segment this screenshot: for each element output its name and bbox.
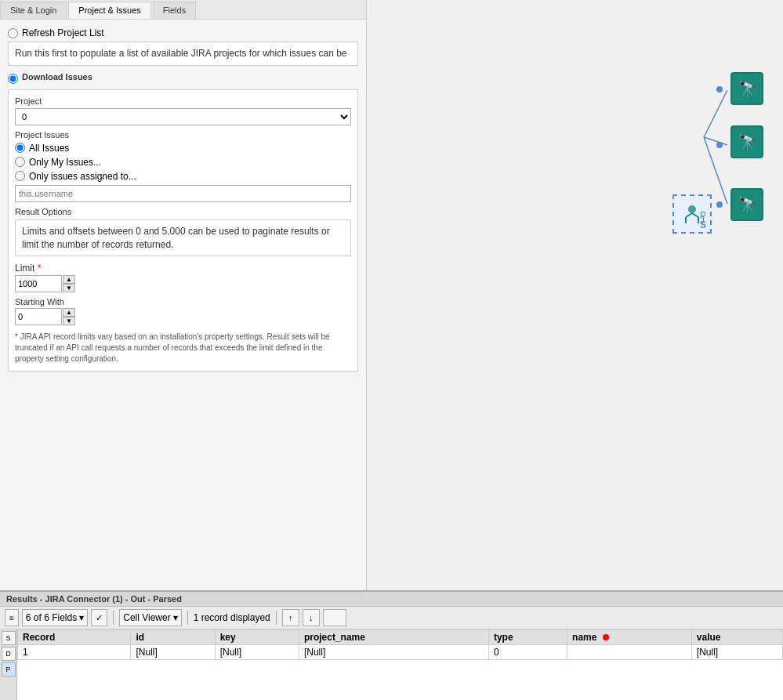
toolbar-sep-1 xyxy=(113,611,114,625)
table-container: Record id key project_name type name val… xyxy=(17,629,783,700)
starting-label: Starting With xyxy=(15,297,351,306)
nav-up-btn[interactable]: ↑ xyxy=(282,609,299,626)
assigned-input[interactable] xyxy=(15,185,351,202)
refresh-label: Refresh Project List xyxy=(22,27,104,38)
col-key: key xyxy=(215,630,299,645)
fields-chevron-icon: ▾ xyxy=(79,612,84,623)
side-icon-p[interactable]: P xyxy=(2,662,16,676)
project-select[interactable]: 0 xyxy=(15,108,351,125)
tab-project-issues[interactable]: Project & Issues xyxy=(68,2,150,19)
assigned-radio[interactable] xyxy=(15,171,25,181)
cell-id: [Null] xyxy=(131,645,215,660)
result-options-label: Result Options xyxy=(15,207,351,216)
refresh-radio[interactable] xyxy=(8,28,18,38)
limit-required: * xyxy=(34,263,41,274)
binoculars-node-bottom[interactable]: 🔭 xyxy=(730,188,763,221)
my-issues-row: Only My Issues... xyxy=(15,157,351,168)
left-panel: Site & Login Project & Issues Fields Ref… xyxy=(0,0,367,590)
binoculars-node-top[interactable]: 🔭 xyxy=(730,72,763,105)
col-type: type xyxy=(488,630,567,645)
result-options-info: Limits and offsets between 0 and 5,000 c… xyxy=(15,219,351,257)
binoculars-icon-top: 🔭 xyxy=(738,79,757,98)
toolbar-sep-3 xyxy=(276,611,277,625)
left-icon-bar: S D P xyxy=(0,629,17,700)
tab-bar: Site & Login Project & Issues Fields xyxy=(0,0,366,20)
svg-line-0 xyxy=(704,90,727,137)
cell-name xyxy=(567,645,692,660)
results-toolbar: ≡ 6 of 6 Fields ▾ ✓ Cell Viewer ▾ 1 reco… xyxy=(0,607,783,629)
starting-spinner-buttons: ▲ ▼ xyxy=(63,308,75,325)
my-issues-label: Only My Issues... xyxy=(29,157,101,168)
svg-point-6 xyxy=(688,205,696,213)
side-icon-d[interactable]: D xyxy=(2,647,16,661)
step-node[interactable]: S J P xyxy=(672,194,712,234)
all-issues-row: All Issues xyxy=(15,143,351,154)
fields-dropdown[interactable]: 6 of 6 Fields ▾ xyxy=(22,609,88,626)
record-count-label: 1 record displayed xyxy=(194,612,270,623)
cell-type: 0 xyxy=(488,645,567,660)
svg-text:P: P xyxy=(700,210,706,221)
table-row: 1 [Null] [Null] [Null] 0 [Null] xyxy=(18,645,783,660)
project-label: Project xyxy=(15,96,351,106)
results-body: S D P Record id key project_name type na… xyxy=(0,629,783,700)
col-record: Record xyxy=(18,630,131,645)
all-issues-label: All Issues xyxy=(29,143,69,154)
limit-spinner-buttons: ▲ ▼ xyxy=(63,275,75,292)
col-id: id xyxy=(131,630,215,645)
starting-up-btn[interactable]: ▲ xyxy=(63,308,75,317)
svg-line-1 xyxy=(704,137,727,145)
results-table: Record id key project_name type name val… xyxy=(17,629,783,660)
starting-input[interactable]: 0 xyxy=(15,308,62,325)
api-note: * JIRA API record limits vary based on a… xyxy=(15,332,351,365)
sidebar-toggle-btn[interactable]: ≡ xyxy=(5,609,19,626)
assigned-row: Only issues assigned to... xyxy=(15,171,351,182)
toolbar-sep-2 xyxy=(187,611,188,625)
tab-site-login[interactable]: Site & Login xyxy=(0,2,67,19)
limit-input[interactable]: 1000 xyxy=(15,275,62,292)
starting-down-btn[interactable]: ▼ xyxy=(63,317,75,325)
cell-project-name: [Null] xyxy=(299,645,488,660)
binoculars-icon-middle: 🔭 xyxy=(738,132,757,151)
assigned-label: Only issues assigned to... xyxy=(29,171,136,182)
svg-line-7 xyxy=(686,213,692,217)
refresh-info: Run this first to populate a list of ava… xyxy=(8,42,358,66)
red-dot-icon xyxy=(603,634,609,640)
col-value: value xyxy=(691,630,782,645)
svg-point-5 xyxy=(716,201,723,208)
starting-spinner: 0 ▲ ▼ xyxy=(15,308,78,325)
download-label: Download Issues xyxy=(22,72,92,82)
limit-label: Limit * xyxy=(15,263,351,274)
cell-key: [Null] xyxy=(215,645,299,660)
binoculars-node-middle[interactable]: 🔭 xyxy=(730,125,763,158)
svg-line-8 xyxy=(692,213,698,217)
tab-fields[interactable]: Fields xyxy=(153,2,196,19)
all-issues-radio[interactable] xyxy=(15,143,25,153)
results-header: Results - JIRA Connector (1) - Out - Par… xyxy=(0,592,783,607)
my-issues-radio[interactable] xyxy=(15,157,25,167)
side-icon-s[interactable]: S xyxy=(2,631,16,645)
project-issues-label: Project Issues xyxy=(15,130,351,140)
col-project-name: project_name xyxy=(299,630,488,645)
jira-icon: S J P xyxy=(678,200,706,228)
cell-record: 1 xyxy=(18,645,131,660)
connector-lines xyxy=(367,0,783,590)
download-group: Project 0 Project Issues All Issues Only… xyxy=(8,89,358,372)
cell-viewer-dropdown[interactable]: Cell Viewer ▾ xyxy=(119,609,181,626)
cell-viewer-label: Cell Viewer xyxy=(123,612,170,623)
workflow-canvas[interactable]: S J P 🔭 🔭 🔭 xyxy=(367,0,783,590)
cell-value: [Null] xyxy=(691,645,782,660)
download-radio[interactable] xyxy=(8,74,18,84)
fields-count-label: 6 of 6 Fields xyxy=(26,612,77,623)
fields-confirm-btn[interactable]: ✓ xyxy=(91,609,107,626)
limit-down-btn[interactable]: ▼ xyxy=(63,284,75,292)
nav-extra-btn[interactable] xyxy=(323,609,346,626)
download-row: Download Issues xyxy=(8,72,358,86)
results-panel: Results - JIRA Connector (1) - Out - Par… xyxy=(0,590,783,700)
limit-spinner: 1000 ▲ ▼ xyxy=(15,275,78,292)
limit-up-btn[interactable]: ▲ xyxy=(63,275,75,284)
col-name: name xyxy=(567,630,692,645)
refresh-project-row: Refresh Project List xyxy=(8,27,358,38)
canvas-panel: S J P 🔭 🔭 🔭 xyxy=(367,0,783,590)
binoculars-icon-bottom: 🔭 xyxy=(738,195,757,214)
nav-down-btn[interactable]: ↓ xyxy=(303,609,320,626)
